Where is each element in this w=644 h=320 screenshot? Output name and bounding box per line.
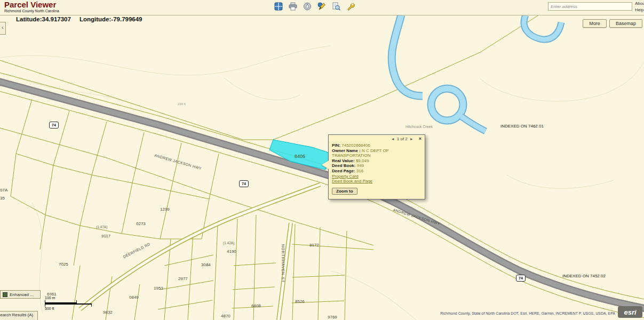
esri-logo: esri — [618, 306, 642, 318]
deed-book-and-page-link[interactable]: Deed Book and Page — [332, 179, 422, 184]
draw-button[interactable] — [316, 1, 327, 12]
print-icon — [288, 2, 298, 11]
esri-logo-text: esri — [624, 308, 636, 316]
search-results-tab-label: Search Results (A) — [0, 313, 33, 317]
scale-bar: 100 m 500 ft — [45, 296, 92, 311]
parcel-viewer-app: Parcel Viewer Richmond County North Caro… — [0, 0, 644, 320]
header-links: About Help — [635, 1, 644, 13]
dimension-label: 236 ft — [178, 102, 186, 106]
scale-imperial-label: 500 ft — [45, 307, 92, 311]
parcel-label: 07A — [0, 188, 7, 193]
popup-next-icon[interactable]: ► — [410, 137, 414, 141]
parcel-area-label: (1.47A) — [96, 225, 107, 229]
parcel-label: 35 — [0, 196, 5, 201]
popup-field-pin: PIN: 745202868406 — [332, 143, 422, 148]
parcel-label: 4870 — [221, 314, 230, 318]
popup-field-deed-page: Deed Page: 316 — [332, 169, 422, 174]
zoom-to-button[interactable]: Zoom to — [332, 188, 357, 195]
parcel-label: 8172 — [309, 243, 319, 247]
print-button[interactable] — [288, 1, 298, 12]
latitude-value: Latitude:34.917307 — [16, 16, 71, 22]
property-card-link[interactable]: Property Card — [332, 174, 422, 179]
popup-pager-text: 1 of 2 — [397, 137, 408, 141]
map-canvas[interactable]: Latitude:34.917307 Longitude:-79.799649 … — [0, 15, 644, 320]
popup-header: ◄ 1 of 2 ► × — [329, 135, 425, 141]
creek-label: Hitchcock Creek — [406, 125, 433, 129]
parcel-label: 7025 — [59, 262, 68, 267]
identify-popup: ◄ 1 of 2 ► × PIN: 745202868406 Owner Nam… — [328, 134, 425, 199]
popup-pager: ◄ 1 of 2 ► — [391, 137, 414, 141]
popup-body: PIN: 745202868406 Owner Name : N C DEPT … — [329, 141, 425, 197]
basemap-gallery-icon — [274, 2, 283, 11]
title-block: Parcel Viewer Richmond County North Caro… — [4, 1, 59, 13]
parcel-label: 3084 — [201, 262, 211, 267]
hitchcock-creek-water — [392, 15, 561, 131]
coordinates-readout: Latitude:34.917307 Longitude:-79.799649 — [16, 16, 142, 22]
highway-andrew-jackson — [0, 70, 644, 320]
popup-field-real-value: Real Value: $9,049 — [332, 158, 422, 164]
route-74-shield: 74 — [239, 180, 249, 187]
search-address-input[interactable] — [548, 2, 632, 11]
popup-field-owner: Owner Name : N C DEPT OF TRANSPORTATION — [332, 148, 422, 158]
measure-icon — [303, 2, 312, 11]
parcel-label: 6808 — [251, 303, 261, 308]
parcel-label: 1953 — [154, 286, 163, 291]
enhanced-search-button[interactable]: Enhanced ... — [0, 290, 41, 299]
parcel-label: 4190 — [227, 249, 236, 254]
indexed-area-label: INDEXED ON 7452.02 — [562, 274, 606, 278]
enhanced-button-icon — [3, 292, 7, 297]
about-link[interactable]: About — [635, 1, 644, 7]
basemap-button[interactable]: Basemap — [609, 19, 642, 28]
basemap-gallery-button[interactable] — [273, 1, 284, 12]
popup-pointer — [322, 161, 329, 169]
scale-metric-label: 100 m — [45, 296, 92, 300]
page-title: Parcel Viewer — [4, 1, 59, 9]
identify-icon — [331, 2, 341, 11]
route-74-shield: 74 — [516, 275, 526, 282]
popup-field-deed-book: Deed Book: 949 — [332, 163, 422, 169]
search-results-tab[interactable]: Search Results (A) — [0, 311, 38, 320]
draw-icon — [317, 2, 327, 11]
page-subtitle: Richmond County North Carolina — [4, 9, 59, 13]
route-74-shield: 74 — [49, 122, 59, 129]
parcel-label: 1299 — [160, 207, 170, 212]
identify-button[interactable] — [331, 1, 341, 12]
highlighted-parcel-label: 8406 — [295, 154, 305, 159]
measure-button[interactable] — [302, 1, 313, 12]
road-label-northhaven-st: NORTHHAVEN ST — [281, 244, 285, 283]
enhanced-button-label: Enhanced ... — [10, 292, 34, 297]
header-bar: Parcel Viewer Richmond County North Caro… — [0, 0, 644, 15]
parcel-label: 9769 — [328, 315, 337, 319]
sidebar-collapse-tab[interactable]: ‹ — [0, 22, 6, 35]
indexed-area-label: INDEXED ON 7462.01 — [500, 124, 544, 129]
map-attribution: Richmond County, State of North Carolina… — [440, 311, 615, 315]
more-button[interactable]: More — [583, 19, 607, 28]
parcel-label: 2977 — [178, 276, 188, 281]
popup-prev-icon[interactable]: ◄ — [391, 137, 395, 141]
tools-icon — [346, 2, 355, 11]
parcel-label: 0849 — [129, 295, 139, 300]
parcel-label: 0273 — [136, 221, 146, 226]
tools-button[interactable] — [345, 1, 356, 12]
longitude-value: Longitude:-79.799649 — [79, 16, 142, 22]
parcel-label: 8526 — [295, 299, 305, 304]
parcel-area-label: (1.42A) — [223, 241, 234, 245]
popup-close-icon[interactable]: × — [419, 136, 422, 141]
parcel-label: 9117 — [101, 234, 110, 238]
parcel-label: 9832 — [103, 310, 113, 315]
map-toolbar — [273, 1, 356, 12]
help-link[interactable]: Help — [635, 7, 644, 13]
